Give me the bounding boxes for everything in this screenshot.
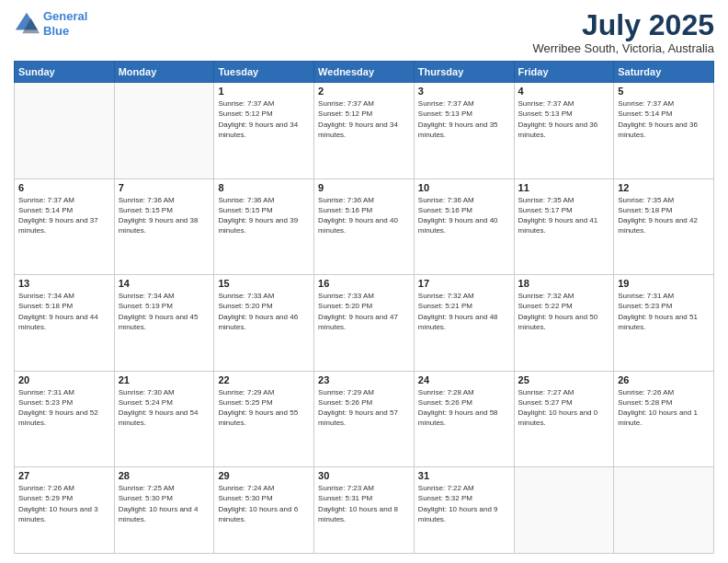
day-detail: Sunrise: 7:33 AMSunset: 5:20 PMDaylight:… [218, 291, 310, 332]
day-number: 20 [18, 374, 110, 385]
calendar-week-row: 1Sunrise: 7:37 AMSunset: 5:12 PMDaylight… [15, 83, 714, 179]
day-number: 23 [318, 374, 410, 385]
calendar-cell: 3Sunrise: 7:37 AMSunset: 5:13 PMDaylight… [414, 83, 514, 179]
calendar-cell: 5Sunrise: 7:37 AMSunset: 5:14 PMDaylight… [614, 83, 714, 179]
weekday-header-row: SundayMondayTuesdayWednesdayThursdayFrid… [15, 62, 714, 83]
logo-line1: General [43, 9, 87, 23]
day-number: 16 [318, 278, 410, 289]
calendar-cell: 20Sunrise: 7:31 AMSunset: 5:23 PMDayligh… [15, 371, 115, 467]
calendar-cell: 4Sunrise: 7:37 AMSunset: 5:13 PMDaylight… [514, 83, 614, 179]
weekday-header: Monday [114, 62, 214, 83]
day-detail: Sunrise: 7:25 AMSunset: 5:30 PMDaylight:… [119, 483, 210, 524]
logo-text: General Blue [43, 9, 87, 38]
calendar-cell [15, 83, 115, 179]
calendar-cell: 30Sunrise: 7:23 AMSunset: 5:31 PMDayligh… [314, 467, 415, 554]
calendar-cell: 25Sunrise: 7:27 AMSunset: 5:27 PMDayligh… [514, 371, 614, 467]
calendar-cell: 6Sunrise: 7:37 AMSunset: 5:14 PMDaylight… [15, 178, 115, 275]
calendar-week-row: 13Sunrise: 7:34 AMSunset: 5:18 PMDayligh… [15, 275, 714, 372]
day-detail: Sunrise: 7:35 AMSunset: 5:17 PMDaylight:… [518, 195, 610, 236]
day-number: 15 [218, 278, 310, 289]
day-number: 12 [618, 182, 710, 193]
day-number: 25 [518, 374, 610, 385]
day-detail: Sunrise: 7:31 AMSunset: 5:23 PMDaylight:… [618, 291, 710, 332]
calendar-cell: 23Sunrise: 7:29 AMSunset: 5:26 PMDayligh… [314, 371, 415, 467]
weekday-header: Friday [514, 62, 614, 83]
calendar-cell: 8Sunrise: 7:36 AMSunset: 5:15 PMDaylight… [214, 178, 314, 275]
header: General Blue July 2025 Werribee South, V… [14, 9, 714, 55]
calendar-cell: 7Sunrise: 7:36 AMSunset: 5:15 PMDaylight… [114, 178, 214, 275]
calendar-cell [514, 467, 614, 554]
calendar-cell: 22Sunrise: 7:29 AMSunset: 5:25 PMDayligh… [214, 371, 314, 467]
calendar-cell: 9Sunrise: 7:36 AMSunset: 5:16 PMDaylight… [314, 178, 415, 275]
weekday-header: Sunday [15, 62, 115, 83]
day-detail: Sunrise: 7:36 AMSunset: 5:15 PMDaylight:… [218, 195, 310, 236]
weekday-header: Wednesday [314, 62, 415, 83]
day-detail: Sunrise: 7:22 AMSunset: 5:32 PMDaylight:… [418, 483, 510, 524]
calendar-cell: 28Sunrise: 7:25 AMSunset: 5:30 PMDayligh… [114, 467, 214, 554]
calendar-week-row: 27Sunrise: 7:26 AMSunset: 5:29 PMDayligh… [15, 467, 714, 554]
day-number: 21 [119, 374, 210, 385]
day-number: 1 [218, 86, 310, 97]
logo-line2: Blue [43, 24, 69, 38]
day-detail: Sunrise: 7:34 AMSunset: 5:19 PMDaylight:… [119, 291, 210, 332]
day-detail: Sunrise: 7:37 AMSunset: 5:14 PMDaylight:… [618, 98, 710, 140]
day-detail: Sunrise: 7:37 AMSunset: 5:12 PMDaylight:… [318, 98, 410, 140]
calendar-cell: 19Sunrise: 7:31 AMSunset: 5:23 PMDayligh… [614, 275, 714, 372]
day-number: 17 [418, 278, 510, 289]
day-number: 30 [318, 470, 410, 481]
day-detail: Sunrise: 7:23 AMSunset: 5:31 PMDaylight:… [318, 483, 410, 524]
month-title: July 2025 [532, 9, 714, 41]
day-number: 2 [318, 86, 410, 97]
day-detail: Sunrise: 7:30 AMSunset: 5:24 PMDaylight:… [119, 387, 210, 429]
calendar-cell: 2Sunrise: 7:37 AMSunset: 5:12 PMDaylight… [314, 83, 415, 179]
day-detail: Sunrise: 7:28 AMSunset: 5:26 PMDaylight:… [418, 387, 510, 429]
calendar-week-row: 20Sunrise: 7:31 AMSunset: 5:23 PMDayligh… [15, 371, 714, 467]
day-detail: Sunrise: 7:32 AMSunset: 5:21 PMDaylight:… [418, 291, 510, 332]
day-number: 29 [218, 470, 310, 481]
day-number: 24 [418, 374, 510, 385]
day-number: 5 [618, 86, 710, 97]
calendar-cell: 18Sunrise: 7:32 AMSunset: 5:22 PMDayligh… [514, 275, 614, 372]
day-number: 18 [518, 278, 610, 289]
day-number: 14 [119, 278, 210, 289]
weekday-header: Tuesday [214, 62, 314, 83]
title-block: July 2025 Werribee South, Victoria, Aust… [532, 9, 714, 55]
calendar-cell: 14Sunrise: 7:34 AMSunset: 5:19 PMDayligh… [114, 275, 214, 372]
calendar-cell: 29Sunrise: 7:24 AMSunset: 5:30 PMDayligh… [214, 467, 314, 554]
calendar-cell: 13Sunrise: 7:34 AMSunset: 5:18 PMDayligh… [15, 275, 115, 372]
calendar-table: SundayMondayTuesdayWednesdayThursdayFrid… [14, 61, 714, 554]
calendar-cell: 1Sunrise: 7:37 AMSunset: 5:12 PMDaylight… [214, 83, 314, 179]
location: Werribee South, Victoria, Australia [532, 41, 714, 55]
weekday-header: Thursday [414, 62, 514, 83]
day-detail: Sunrise: 7:37 AMSunset: 5:14 PMDaylight:… [18, 195, 110, 236]
day-detail: Sunrise: 7:32 AMSunset: 5:22 PMDaylight:… [518, 291, 610, 332]
day-detail: Sunrise: 7:36 AMSunset: 5:16 PMDaylight:… [318, 195, 410, 236]
day-number: 31 [418, 470, 510, 481]
calendar-cell: 15Sunrise: 7:33 AMSunset: 5:20 PMDayligh… [214, 275, 314, 372]
day-detail: Sunrise: 7:29 AMSunset: 5:26 PMDaylight:… [318, 387, 410, 429]
day-detail: Sunrise: 7:33 AMSunset: 5:20 PMDaylight:… [318, 291, 410, 332]
day-detail: Sunrise: 7:29 AMSunset: 5:25 PMDaylight:… [218, 387, 310, 429]
logo: General Blue [14, 9, 87, 38]
day-detail: Sunrise: 7:31 AMSunset: 5:23 PMDaylight:… [18, 387, 110, 429]
day-number: 8 [218, 182, 310, 193]
day-detail: Sunrise: 7:26 AMSunset: 5:29 PMDaylight:… [18, 483, 110, 524]
page: General Blue July 2025 Werribee South, V… [0, 0, 728, 563]
logo-icon [14, 11, 40, 37]
calendar-cell [614, 467, 714, 554]
day-number: 22 [218, 374, 310, 385]
day-number: 9 [318, 182, 410, 193]
calendar-cell: 17Sunrise: 7:32 AMSunset: 5:21 PMDayligh… [414, 275, 514, 372]
calendar-cell: 27Sunrise: 7:26 AMSunset: 5:29 PMDayligh… [15, 467, 115, 554]
day-detail: Sunrise: 7:36 AMSunset: 5:16 PMDaylight:… [418, 195, 510, 236]
calendar-cell: 31Sunrise: 7:22 AMSunset: 5:32 PMDayligh… [414, 467, 514, 554]
calendar-cell: 21Sunrise: 7:30 AMSunset: 5:24 PMDayligh… [114, 371, 214, 467]
day-number: 13 [18, 278, 110, 289]
calendar-week-row: 6Sunrise: 7:37 AMSunset: 5:14 PMDaylight… [15, 178, 714, 275]
calendar-cell: 24Sunrise: 7:28 AMSunset: 5:26 PMDayligh… [414, 371, 514, 467]
day-number: 27 [18, 470, 110, 481]
day-number: 28 [119, 470, 210, 481]
day-detail: Sunrise: 7:35 AMSunset: 5:18 PMDaylight:… [618, 195, 710, 236]
day-number: 7 [119, 182, 210, 193]
weekday-header: Saturday [614, 62, 714, 83]
